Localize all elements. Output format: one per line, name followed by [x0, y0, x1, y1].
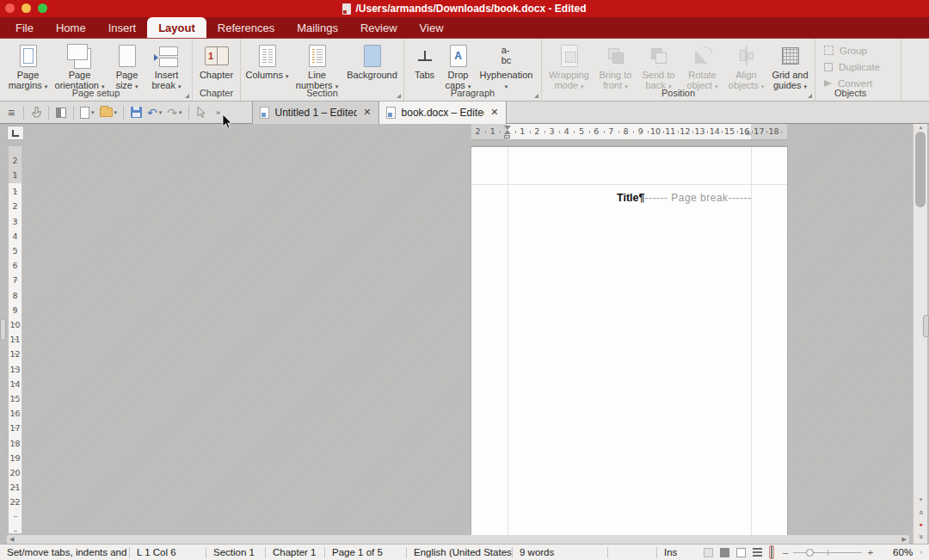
- chapter-button[interactable]: Chapter: [194, 41, 239, 81]
- document-tab-bar: Untitled 1 – Edited ✕ book.docx – Edited…: [252, 102, 507, 124]
- view-master-pages-icon[interactable]: [720, 548, 729, 557]
- ruler-tick: [633, 131, 634, 133]
- ruler-number: 13: [695, 126, 705, 136]
- vertical-ruler[interactable]: 2112345678910111213141516171819202122: [9, 146, 22, 533]
- background-button[interactable]: Background: [344, 41, 401, 81]
- left-margin-guide: [508, 147, 508, 544]
- tab-layout[interactable]: Layout: [147, 17, 206, 38]
- redo-button[interactable]: ↷▾: [165, 104, 183, 121]
- open-document-button[interactable]: ▾: [98, 104, 120, 121]
- ruler-tick: [14, 294, 17, 295]
- close-window-button[interactable]: [5, 3, 15, 13]
- ruler-number: 5: [579, 126, 584, 136]
- view-book-selected[interactable]: [769, 545, 774, 559]
- page-margins-button[interactable]: Page margins ▾: [5, 41, 52, 92]
- tab-stop-selector-button[interactable]: [7, 126, 24, 140]
- columns-button[interactable]: Columns ▾: [244, 41, 291, 81]
- grid-icon: [782, 42, 799, 70]
- left-margin-marker-icon[interactable]: [504, 135, 510, 138]
- page-margins-icon: [20, 42, 37, 70]
- wrapping-mode-icon: [561, 42, 578, 70]
- ruler-number: 10: [650, 126, 661, 136]
- close-tab-icon[interactable]: ✕: [490, 107, 498, 118]
- view-outline-icon[interactable]: [736, 548, 746, 557]
- rotate-object-button: Rotate object ▾: [680, 41, 725, 92]
- ruler-tick: [737, 131, 738, 133]
- status-language[interactable]: English (United States): [407, 547, 512, 557]
- tabs-button[interactable]: Tabs: [409, 41, 440, 81]
- browse-object-button[interactable]: ●: [914, 519, 927, 530]
- status-page[interactable]: Page 1 of 5: [325, 547, 406, 557]
- dark-mode-icon[interactable]: [53, 104, 69, 121]
- zoom-in-icon[interactable]: +: [867, 547, 873, 557]
- save-button[interactable]: [128, 104, 144, 121]
- zoom-slider[interactable]: [793, 552, 862, 553]
- ruler-tick: [14, 397, 17, 398]
- status-word-count[interactable]: 9 words: [513, 547, 607, 557]
- previous-page-button[interactable]: «: [914, 507, 927, 518]
- document-tab-book-docx[interactable]: book.docx – Edited ✕: [379, 102, 507, 124]
- hyphenation-button[interactable]: a-bc Hyphenation ▾: [477, 41, 537, 92]
- horizontal-scrollbar[interactable]: ◀ ▶: [7, 535, 909, 544]
- drop-caps-button[interactable]: Drop caps ▾: [440, 41, 477, 92]
- tab-file[interactable]: File: [4, 17, 45, 38]
- line-numbers-button[interactable]: Line numbers ▾: [291, 41, 344, 92]
- tab-mailings[interactable]: Mailings: [286, 17, 349, 38]
- tab-view[interactable]: View: [409, 17, 455, 38]
- status-cursor-position[interactable]: L 1 Col 6: [130, 547, 206, 557]
- scroll-up-icon[interactable]: ▲: [914, 125, 928, 130]
- left-splitter-handle[interactable]: [0, 318, 6, 341]
- tab-review[interactable]: Review: [349, 17, 409, 38]
- status-chapter[interactable]: Chapter 1: [266, 547, 324, 557]
- page-size-button[interactable]: Page size ▾: [108, 41, 146, 92]
- paragraph-line[interactable]: Title¶------ Page break------: [617, 189, 752, 205]
- ribbon-group-chapter: Chapter Chapter: [193, 39, 241, 101]
- ruler-number: 3: [550, 126, 555, 136]
- view-fullscreen-icon[interactable]: [753, 548, 762, 557]
- ruler-number: 2: [9, 156, 22, 165]
- document-icon: [342, 3, 351, 15]
- zoom-slider-thumb[interactable]: [806, 549, 814, 557]
- hamburger-menu-icon[interactable]: ≡: [3, 104, 19, 121]
- insert-break-button[interactable]: Insert break ▾: [146, 41, 188, 92]
- close-tab-icon[interactable]: ✕: [363, 107, 371, 118]
- line-numbers-icon: [309, 42, 326, 70]
- minimize-window-button[interactable]: [22, 3, 31, 13]
- ruler-number: 1: [9, 187, 22, 196]
- page-size-icon: [119, 42, 136, 70]
- select-pointer-button[interactable]: [194, 104, 209, 121]
- tab-references[interactable]: References: [206, 17, 286, 38]
- horizontal-ruler[interactable]: 21123456789101112131415161718: [471, 124, 787, 140]
- document-page[interactable]: Title¶------ Page break------: [471, 146, 787, 544]
- view-normal-icon[interactable]: [704, 548, 713, 557]
- send-to-back-icon: [651, 42, 667, 70]
- page-orientation-button[interactable]: Page orientation ▾: [52, 41, 108, 92]
- zoom-out-icon[interactable]: –: [783, 547, 788, 557]
- scroll-down-icon[interactable]: ▼: [914, 497, 928, 502]
- ruler-number: 2: [9, 201, 22, 211]
- maximize-window-button[interactable]: [38, 3, 47, 13]
- ruler-tick: [515, 131, 516, 133]
- touch-mode-icon[interactable]: [28, 104, 44, 121]
- statusbar-overflow-icon[interactable]: ›: [920, 548, 922, 557]
- ruler-tick: [14, 471, 17, 472]
- ruler-tick: [485, 131, 486, 133]
- status-section[interactable]: Section 1: [206, 547, 265, 557]
- undo-button[interactable]: ↶▾: [145, 104, 163, 121]
- zoom-percentage[interactable]: 60%: [880, 547, 913, 557]
- status-insert-mode[interactable]: Ins: [657, 547, 692, 557]
- next-page-button[interactable]: »: [914, 531, 927, 542]
- new-document-button[interactable]: ▾: [78, 104, 96, 121]
- vertical-scrollbar-thumb[interactable]: [915, 132, 926, 207]
- scroll-right-icon[interactable]: ▶: [900, 536, 909, 543]
- document-tab-untitled[interactable]: Untitled 1 – Edited ✕: [252, 102, 379, 124]
- chapter-icon: [205, 42, 229, 70]
- title-text[interactable]: Title¶: [617, 192, 644, 204]
- tab-insert[interactable]: Insert: [97, 17, 148, 38]
- browse-dot-icon: ●: [919, 521, 922, 527]
- grid-and-guides-button[interactable]: Grid and guides ▾: [768, 41, 813, 92]
- document-tab-icon: [260, 107, 269, 119]
- tab-home[interactable]: Home: [45, 17, 97, 38]
- right-splitter-handle[interactable]: [923, 315, 929, 337]
- scroll-left-icon[interactable]: ◀: [7, 536, 16, 543]
